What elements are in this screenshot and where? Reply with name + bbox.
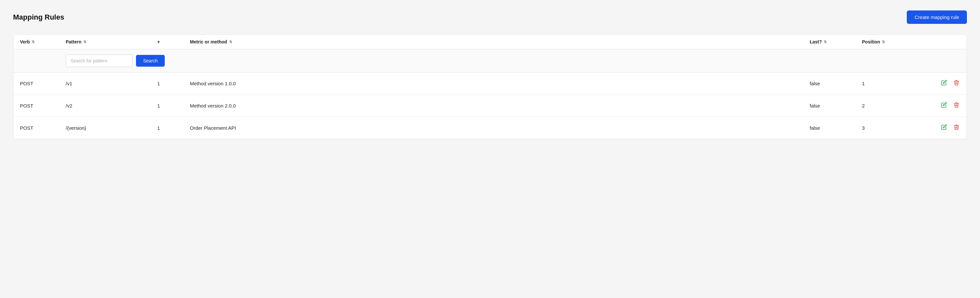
delete-button[interactable]: [953, 124, 960, 132]
edit-icon: [941, 80, 947, 86]
table-row: POST /{version} 1 Order Placement API fa…: [13, 117, 967, 139]
create-mapping-rule-button[interactable]: Create mapping rule: [907, 11, 967, 24]
col-verb-sort-icon[interactable]: ⇅: [32, 40, 34, 44]
col-verb: Verb ⇅: [20, 39, 66, 44]
search-row: Search: [13, 49, 967, 73]
col-plus: +: [157, 39, 190, 44]
row-actions: [928, 101, 960, 110]
delete-icon: [953, 124, 959, 130]
page-title: Mapping Rules: [13, 13, 64, 22]
delete-button[interactable]: [953, 79, 960, 88]
cell-metric: Order Placement API: [190, 125, 810, 131]
col-metric-sort-icon[interactable]: ⇅: [229, 40, 232, 44]
col-verb-label: Verb: [20, 39, 30, 44]
cell-pattern: /v2: [66, 103, 157, 108]
col-last-label: Last?: [810, 39, 822, 44]
table-header: Verb ⇅ Pattern ⇅ + Metric or method ⇅ La…: [13, 35, 967, 49]
delete-button[interactable]: [953, 101, 960, 110]
search-button[interactable]: Search: [136, 55, 165, 67]
col-position-sort-icon[interactable]: ⇅: [882, 40, 885, 44]
edit-button[interactable]: [940, 101, 948, 110]
cell-last: false: [810, 103, 862, 108]
search-input[interactable]: [66, 55, 133, 67]
cell-position: 1: [862, 81, 928, 86]
col-metric-label: Metric or method: [190, 39, 227, 44]
cell-plus: 1: [157, 125, 190, 131]
col-last: Last? ⇅: [810, 39, 862, 44]
col-plus-label: +: [157, 39, 160, 44]
page-header: Mapping Rules Create mapping rule: [13, 11, 967, 24]
table-row: POST /v1 1 Method version 1.0.0 false 1: [13, 73, 967, 95]
cell-verb: POST: [20, 103, 66, 108]
cell-metric: Method version 1.0.0: [190, 81, 810, 86]
cell-position: 2: [862, 103, 928, 108]
delete-icon: [953, 80, 959, 86]
search-area: Search: [66, 55, 157, 67]
cell-last: false: [810, 81, 862, 86]
col-actions: [928, 39, 960, 44]
col-metric-or-method: Metric or method ⇅: [190, 39, 810, 44]
col-position: Position ⇅: [862, 39, 928, 44]
cell-plus: 1: [157, 103, 190, 108]
cell-position: 3: [862, 125, 928, 131]
cell-pattern: /v1: [66, 81, 157, 86]
edit-icon: [941, 124, 947, 130]
col-pattern: Pattern ⇅: [66, 39, 157, 44]
col-position-label: Position: [862, 39, 880, 44]
cell-verb: POST: [20, 81, 66, 86]
table-row: POST /v2 1 Method version 2.0.0 false 2: [13, 95, 967, 117]
cell-last: false: [810, 125, 862, 131]
page-container: Mapping Rules Create mapping rule Verb ⇅…: [0, 0, 980, 150]
cell-pattern: /{version}: [66, 125, 157, 131]
col-pattern-sort-icon[interactable]: ⇅: [83, 40, 86, 44]
cell-metric: Method version 2.0.0: [190, 103, 810, 108]
row-actions: [928, 79, 960, 88]
col-pattern-label: Pattern: [66, 39, 81, 44]
delete-icon: [953, 102, 959, 108]
edit-button[interactable]: [940, 79, 948, 88]
cell-plus: 1: [157, 81, 190, 86]
edit-icon: [941, 102, 947, 108]
cell-verb: POST: [20, 125, 66, 131]
edit-button[interactable]: [940, 124, 948, 132]
mapping-rules-table: Verb ⇅ Pattern ⇅ + Metric or method ⇅ La…: [13, 34, 967, 139]
row-actions: [928, 124, 960, 132]
col-last-sort-icon[interactable]: ⇅: [824, 40, 826, 44]
